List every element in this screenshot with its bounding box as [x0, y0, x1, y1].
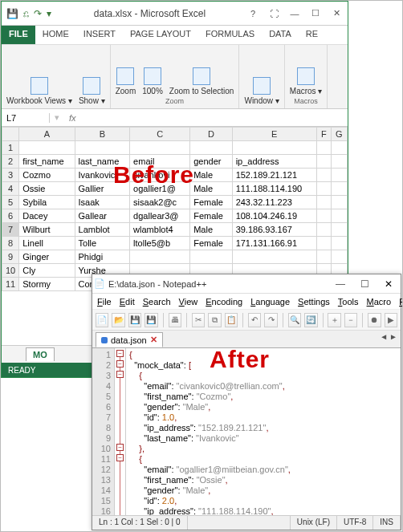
menu-item[interactable]: Tools: [338, 297, 359, 307]
menu-item[interactable]: File: [97, 297, 112, 307]
replace-icon[interactable]: 🔄: [304, 313, 317, 327]
cell[interactable]: [316, 196, 331, 209]
cell[interactable]: [316, 209, 331, 223]
cell[interactable]: 111.188.114.190: [232, 182, 316, 196]
cell[interactable]: 243.32.11.223: [232, 196, 316, 209]
cell[interactable]: 152.189.21.121: [232, 169, 316, 182]
cell[interactable]: [232, 250, 316, 264]
zoom-out-icon[interactable]: －: [344, 313, 357, 327]
zoom-in-icon[interactable]: ＋: [328, 313, 340, 327]
cell[interactable]: Ginger: [19, 250, 75, 264]
show-button[interactable]: Show ▾: [79, 77, 105, 105]
cell[interactable]: Linell: [19, 237, 75, 250]
copy-icon[interactable]: ⧉: [208, 313, 221, 327]
npp-close-button[interactable]: ✕: [377, 275, 401, 293]
row-header[interactable]: 5: [2, 196, 19, 209]
worksheet-grid[interactable]: ABCDEFG12first_namelast_nameemailgenderi…: [2, 127, 348, 291]
minimize-button[interactable]: —: [285, 6, 304, 22]
ribbon-options-icon[interactable]: ⛶: [264, 6, 283, 22]
document-tab[interactable]: data.json ✕: [96, 332, 163, 347]
redo-icon[interactable]: ↷: [264, 313, 277, 327]
col-header[interactable]: C: [130, 128, 190, 141]
col-header[interactable]: E: [232, 128, 316, 141]
cell[interactable]: [331, 196, 347, 209]
cell[interactable]: gender: [190, 155, 232, 169]
cell[interactable]: Sybila: [19, 196, 75, 209]
zoom-button[interactable]: Zoom: [116, 67, 136, 95]
cut-icon[interactable]: ✂: [192, 313, 205, 327]
undo-icon[interactable]: ⎌: [23, 8, 29, 19]
cell[interactable]: [232, 141, 316, 155]
close-tab-icon[interactable]: ✕: [150, 335, 157, 345]
cell[interactable]: sisaak2@c: [130, 196, 190, 209]
excel-titlebar[interactable]: 💾 ⎌ ↷ ▾ data.xlsx - Microsoft Excel ? ⛶ …: [2, 2, 348, 26]
macros-button[interactable]: Macros ▾: [290, 67, 323, 95]
window-button[interactable]: Window ▾: [244, 77, 279, 105]
menu-item[interactable]: Run: [399, 297, 403, 307]
close-button[interactable]: ✕: [327, 6, 346, 22]
row-header[interactable]: 4: [2, 182, 19, 196]
cell[interactable]: [331, 250, 347, 264]
tab-scroll-left-icon[interactable]: ◄: [380, 332, 388, 341]
undo-icon[interactable]: ↶: [248, 313, 261, 327]
cell[interactable]: [331, 155, 347, 169]
cell[interactable]: 108.104.246.19: [232, 209, 316, 223]
cell[interactable]: Dacey: [19, 209, 75, 223]
tab-insert[interactable]: INSERT: [76, 26, 123, 44]
zoom-100-button[interactable]: 100%: [142, 67, 163, 95]
cell[interactable]: [190, 141, 232, 155]
cell[interactable]: ip_address: [232, 155, 316, 169]
col-header[interactable]: A: [19, 128, 75, 141]
cell[interactable]: [316, 141, 331, 155]
tab-formulas[interactable]: FORMULAS: [198, 26, 262, 44]
name-box[interactable]: L7: [2, 113, 50, 123]
cell[interactable]: Phidgi: [75, 250, 130, 264]
col-header[interactable]: B: [75, 128, 130, 141]
row-header[interactable]: 11: [2, 278, 19, 291]
cell[interactable]: Male: [190, 223, 232, 237]
cell[interactable]: [331, 223, 347, 237]
cell[interactable]: 171.131.166.91: [232, 237, 316, 250]
qat-more-icon[interactable]: ▾: [47, 8, 51, 19]
cell[interactable]: dgallear3@: [130, 209, 190, 223]
cell[interactable]: [316, 223, 331, 237]
npp-maximize-button[interactable]: ☐: [352, 275, 377, 293]
row-header[interactable]: 10: [2, 264, 19, 278]
npp-titlebar[interactable]: 📄 E:\data.json - Notepad++ — ☐ ✕: [92, 274, 401, 294]
save-icon[interactable]: 💾: [128, 313, 141, 327]
menu-item[interactable]: Edit: [120, 297, 135, 307]
cell[interactable]: Male: [190, 169, 232, 182]
cell[interactable]: Male: [190, 182, 232, 196]
editor-area[interactable]: 123456789101112131415161718 −−−−− { "moc…: [92, 348, 401, 515]
cell[interactable]: [19, 141, 75, 155]
menu-item[interactable]: Language: [250, 297, 290, 307]
new-file-icon[interactable]: 📄: [96, 313, 108, 327]
cell[interactable]: [331, 237, 347, 250]
namebox-dropdown-icon[interactable]: ▾: [50, 112, 64, 123]
cell[interactable]: Female: [190, 209, 232, 223]
workbook-views-button[interactable]: Workbook Views ▾: [6, 77, 72, 105]
help-icon[interactable]: ?: [243, 6, 263, 22]
row-header[interactable]: 1: [2, 141, 19, 155]
cell[interactable]: Wilburt: [19, 223, 75, 237]
col-header[interactable]: F: [316, 128, 331, 141]
tab-review[interactable]: RE: [299, 26, 325, 44]
zoom-selection-button[interactable]: Zoom to Selection: [169, 67, 234, 95]
macro-record-icon[interactable]: ⏺: [368, 313, 381, 327]
cell[interactable]: Ossie: [19, 182, 75, 196]
menu-item[interactable]: Settings: [298, 297, 330, 307]
cell[interactable]: [316, 237, 331, 250]
macro-play-icon[interactable]: ▶: [385, 313, 397, 327]
cell[interactable]: Isaak: [75, 196, 130, 209]
cell[interactable]: Stormy: [19, 278, 75, 291]
col-header[interactable]: [2, 128, 19, 141]
print-icon[interactable]: 🖶: [169, 313, 181, 327]
cell[interactable]: [331, 169, 347, 182]
cell[interactable]: Cly: [19, 264, 75, 278]
find-icon[interactable]: 🔍: [288, 313, 301, 327]
menu-item[interactable]: Macro: [367, 297, 392, 307]
cell[interactable]: Cozmo: [19, 169, 75, 182]
cell[interactable]: [75, 141, 130, 155]
maximize-button[interactable]: ☐: [306, 6, 325, 22]
row-header[interactable]: 7: [2, 223, 19, 237]
